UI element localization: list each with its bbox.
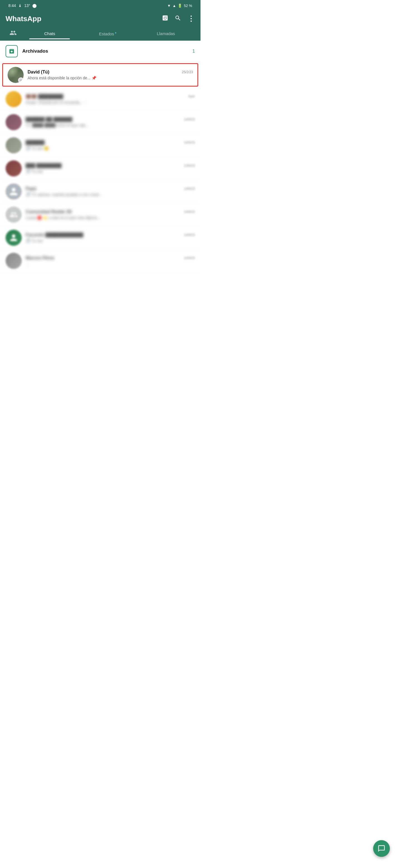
battery-icon: 🔋 <box>178 4 182 8</box>
chat-name-row-6: Comunidad Redde 3D 14/9/23 <box>26 209 195 214</box>
chat-name-6: Comunidad Redde 3D <box>26 209 72 214</box>
chat-date-8: 13/9/23 <box>184 256 195 260</box>
avatar-1 <box>6 91 22 107</box>
chat-name-7: Facundo ████████████ <box>26 232 83 238</box>
chat-info-3: ██████ 14/9/23 🎵 Tu voz 🙂 <box>26 140 195 151</box>
avatar-2 <box>6 114 22 130</box>
avatar-4 <box>6 160 22 177</box>
chat-name-5: Papá <box>26 186 36 191</box>
chat-date-2: 14/9/23 <box>184 118 195 121</box>
more-options-icon[interactable]: ⋮ <box>187 14 195 23</box>
chat-preview-2: Tú: ████ ████ como el que sab... <box>26 123 195 127</box>
chat-name-row-4: ███ ████████ 13/9/23 <box>26 163 195 168</box>
estados-dot: ● <box>115 31 117 34</box>
chat-preview-7: 🎵 Tu voz <box>26 239 195 243</box>
chat-date-6: 14/9/23 <box>184 210 195 214</box>
chat-date-1: Ayer <box>188 94 195 98</box>
avatar-7 <box>6 230 22 246</box>
archive-icon <box>6 45 18 57</box>
chat-item-5[interactable]: Papá 13/9/23 🎵 Tú: piensa, cuando puedas… <box>0 180 201 203</box>
pin-icon-david: 📌 <box>92 76 96 80</box>
archived-label: Archivados <box>22 49 188 54</box>
archived-row[interactable]: Archivados 1 <box>0 41 201 62</box>
chat-name-row-david: David (Tú) 25/2/23 <box>28 70 193 74</box>
chat-date-7: 14/9/23 <box>184 233 195 237</box>
avatar-8 <box>6 253 22 269</box>
content: Archivados 1 ⟳ David (Tú) 25/2/23 Ahora … <box>0 41 201 273</box>
signal-icon: ▲ <box>173 4 176 8</box>
header: WhatsApp ⋮ Chats Estados● <box>0 11 201 41</box>
status-time: 8:44 <box>8 3 16 8</box>
chat-item-1[interactable]: 🐻🐻 ████████ Ayer Grupo: Gracias por el r… <box>0 88 201 111</box>
chat-info-2: ██████ ██ ██████ 14/9/23 Tú: ████ ████ c… <box>26 117 195 127</box>
avatar-5 <box>6 183 22 199</box>
chat-name-4: ███ ████████ <box>26 163 62 168</box>
chat-info-david: David (Tú) 25/2/23 Ahora está disponible… <box>28 70 193 80</box>
wifi-icon: ▼ <box>167 4 171 8</box>
archived-count: 1 <box>192 49 195 54</box>
chat-date-4: 13/9/23 <box>184 164 195 167</box>
chat-preview-8: ... <box>26 262 195 266</box>
chat-item-2[interactable]: ██████ ██ ██████ 14/9/23 Tú: ████ ████ c… <box>0 111 201 134</box>
chat-name-row-7: Facundo ████████████ 14/9/23 <box>26 232 195 238</box>
app-title: WhatsApp <box>6 14 41 23</box>
chat-preview-6: Lucas 🔴 ⭐ y esto es lo que mas dijeron..… <box>26 215 195 220</box>
tab-community-icon[interactable] <box>6 26 21 41</box>
chat-item-4[interactable]: ███ ████████ 13/9/23 🎵 Tu voz <box>0 157 201 180</box>
tab-estados[interactable]: Estados● <box>79 28 137 39</box>
chat-date-5: 13/9/23 <box>184 187 195 191</box>
david-avatar-badge: ⟳ <box>18 78 24 83</box>
chat-name-row-1: 🐻🐻 ████████ Ayer <box>26 94 195 99</box>
status-temp: 13° <box>24 3 30 8</box>
chat-info-4: ███ ████████ 13/9/23 🎵 Tu voz <box>26 163 195 174</box>
chat-item-6[interactable]: Comunidad Redde 3D 14/9/23 Lucas 🔴 ⭐ y e… <box>0 203 201 226</box>
chat-item-8[interactable]: Marcos Pérez 13/9/23 ... <box>0 249 201 273</box>
tabs: Chats Estados● Llamadas <box>6 26 195 41</box>
chat-info-1: 🐻🐻 ████████ Ayer Grupo: Gracias por el r… <box>26 94 195 105</box>
chat-name-row-2: ██████ ██ ██████ 14/9/23 <box>26 117 195 122</box>
chat-preview-1: Grupo: Gracias por el recuerda... ✓ <box>26 100 195 105</box>
chat-info-5: Papá 13/9/23 🎵 Tú: piensa, cuando puedas… <box>26 186 195 197</box>
avatar-3 <box>6 137 22 153</box>
chat-preview-5: 🎵 Tú: piensa, cuando puedas a ver a bue.… <box>26 192 195 197</box>
chat-name-row-3: ██████ 14/9/23 <box>26 140 195 145</box>
chat-name-1: 🐻🐻 ████████ <box>26 94 63 99</box>
avatar-david: ⟳ <box>7 67 24 83</box>
chat-date-david: 25/2/23 <box>182 70 193 74</box>
chat-name-david: David (Tú) <box>28 70 49 74</box>
header-icons: ⋮ <box>162 14 195 23</box>
chat-preview-4: 🎵 Tu voz <box>26 169 195 174</box>
chat-item-7[interactable]: Facundo ████████████ 14/9/23 🎵 Tu voz <box>0 226 201 249</box>
avatar-6 <box>6 207 22 223</box>
chat-info-6: Comunidad Redde 3D 14/9/23 Lucas 🔴 ⭐ y e… <box>26 209 195 220</box>
header-top: WhatsApp ⋮ <box>6 14 195 26</box>
chat-item-david[interactable]: ⟳ David (Tú) 25/2/23 Ahora está disponib… <box>2 63 198 87</box>
status-temp-icon: 🌡 <box>18 3 22 8</box>
chat-name-row-8: Marcos Pérez 13/9/23 <box>26 255 195 260</box>
chat-name-8: Marcos Pérez <box>26 255 54 260</box>
chat-preview-david: Ahora está disponible la opción de... 📌 <box>28 76 193 80</box>
status-right: ▼ ▲ 🔋 52 % <box>167 4 192 8</box>
chat-name-2: ██████ ██ ██████ <box>26 117 72 122</box>
status-bar: 8:44 🌡 13° ⬤ ▼ ▲ 🔋 52 % <box>0 0 201 11</box>
chat-date-3: 14/9/23 <box>184 141 195 145</box>
chat-item-3[interactable]: ██████ 14/9/23 🎵 Tu voz 🙂 <box>0 134 201 157</box>
chat-info-8: Marcos Pérez 13/9/23 ... <box>26 255 195 266</box>
chat-name-row-5: Papá 13/9/23 <box>26 186 195 191</box>
chat-name-3: ██████ <box>26 140 44 145</box>
status-circle: ⬤ <box>32 3 37 8</box>
status-left: 8:44 🌡 13° ⬤ <box>8 3 37 8</box>
camera-icon[interactable] <box>162 15 168 23</box>
check-1: ✓ <box>84 100 87 104</box>
search-icon[interactable] <box>175 15 181 23</box>
chat-info-7: Facundo ████████████ 14/9/23 🎵 Tu voz <box>26 232 195 243</box>
battery-level: 52 % <box>184 4 192 8</box>
tab-llamadas[interactable]: Llamadas <box>137 28 195 39</box>
tab-chats[interactable]: Chats <box>21 28 79 39</box>
chat-preview-3: 🎵 Tu voz 🙂 <box>26 146 195 151</box>
